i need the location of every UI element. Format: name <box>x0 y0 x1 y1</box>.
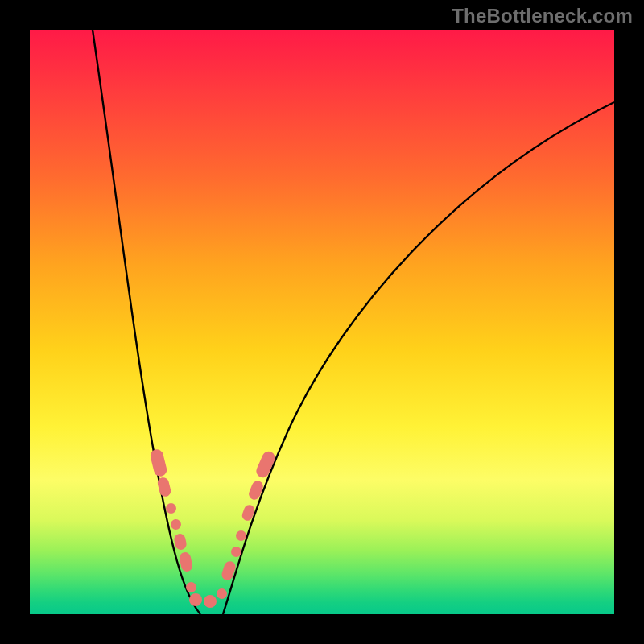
data-marker <box>217 588 227 599</box>
left-curve <box>93 30 200 614</box>
data-marker <box>186 582 196 592</box>
data-marker <box>204 595 217 608</box>
data-marker <box>171 519 181 530</box>
data-marker <box>236 530 246 541</box>
right-curve <box>223 102 614 614</box>
data-marker <box>166 503 176 514</box>
plot-area <box>30 30 614 614</box>
data-marker <box>189 593 202 606</box>
data-marker <box>231 547 242 557</box>
chart-stage: TheBottleneck.com <box>0 0 644 644</box>
watermark-text: TheBottleneck.com <box>452 5 633 27</box>
curve-layer <box>30 30 614 614</box>
